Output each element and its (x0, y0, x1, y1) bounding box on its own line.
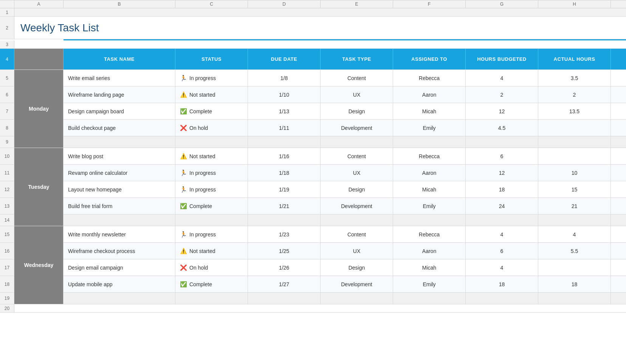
day-col-monday: Monday (14, 70, 64, 148)
actual-hours-cell: 10 (538, 165, 611, 181)
day-label-monday: Monday (14, 70, 63, 148)
task-name-cell: Wireframe checkout process (64, 243, 175, 259)
hours-budgeted-cell: 6 (466, 148, 538, 164)
task-name-cell: Build free trial form (64, 198, 175, 214)
task-name-cell: Write monthly newsletter (64, 226, 175, 242)
rownum-19: 19 (0, 293, 14, 304)
assigned-to-cell: Micah (393, 259, 466, 276)
due-date-cell: 1/27 (248, 276, 321, 292)
rownum-4: 4 (0, 49, 14, 69)
header-hours-budgeted: HOURS BUDGETED (466, 49, 538, 69)
assigned-to-cell: Aaron (393, 165, 466, 181)
hours-budgeted-cell: 18 (466, 181, 538, 197)
table-row: Update mobile app✅Complete1/27Developmen… (64, 276, 626, 293)
grid: 1 2 Weekly Task List 3 4 TASK NAME STATU… (0, 8, 626, 313)
rownum-16: 16 (0, 243, 14, 259)
col-header-a: A (14, 0, 64, 8)
task-name-cell: Build checkout page (64, 120, 175, 136)
status-text: Complete (189, 281, 212, 287)
task-name-cell: Update mobile app (64, 276, 175, 292)
col-header-e: E (321, 0, 393, 8)
rownum-5: 5 (0, 70, 14, 86)
day-section-wednesday: 1516171819WednesdayWrite monthly newslet… (0, 226, 626, 304)
status-icon: 🏃 (180, 170, 187, 176)
spreadsheet-title: Weekly Task List (20, 22, 99, 34)
header-actual-hours: ACTUAL HOURS (538, 49, 611, 69)
hours-budgeted-cell: 6 (466, 243, 538, 259)
status-icon: ✅ (180, 108, 187, 115)
assigned-to-cell: Rebecca (393, 148, 466, 164)
status-cell: ✅Complete (175, 276, 248, 292)
actual-hours-cell (538, 148, 611, 164)
row-19: 20 (0, 304, 626, 313)
actual-hours-cell: 15 (538, 181, 611, 197)
header-task-name: TASK NAME (64, 49, 175, 69)
due-date-cell: 1/13 (248, 103, 321, 119)
hours-budgeted-cell: 18 (466, 276, 538, 292)
col-header-d: D (248, 0, 321, 8)
hours-budgeted-cell: 4 (466, 226, 538, 242)
status-text: In progress (189, 75, 216, 81)
row-3: 3 (0, 40, 626, 49)
hours-budgeted-cell: 4 (466, 259, 538, 276)
status-icon: ⚠️ (180, 153, 187, 160)
rownum-1: 1 (0, 8, 14, 16)
data-sections: 56789MondayWrite email series🏃In progres… (0, 70, 626, 304)
status-text: Not started (189, 92, 215, 98)
actual-hours-cell: 21 (538, 198, 611, 214)
status-icon: 🏃 (180, 186, 187, 193)
table-row: Design campaign board✅Complete1/13Design… (64, 103, 626, 120)
spreadsheet: A B C D E F G H 1 2 Weekly Task List 3 (0, 0, 626, 364)
col-header-f: F (393, 0, 466, 8)
rownum-12: 12 (0, 181, 14, 198)
status-text: In progress (189, 187, 216, 193)
header-assigned-to: ASSIGNED TO (393, 49, 466, 69)
column-headers: A B C D E F G H (0, 0, 626, 8)
status-icon: ❌ (180, 264, 187, 271)
status-cell: 🏃In progress (175, 165, 248, 181)
status-text: Complete (189, 108, 212, 114)
status-cell: ⚠️Not started (175, 148, 248, 164)
status-cell: ❌On hold (175, 120, 248, 136)
col-header-b: B (64, 0, 175, 8)
table-row: Wireframe landing page⚠️Not started1/10U… (64, 86, 626, 103)
status-text: In progress (189, 231, 216, 238)
task-name-cell: Revamp online calculator (64, 165, 175, 181)
task-type-cell: Design (321, 103, 393, 119)
task-type-cell: Content (321, 148, 393, 164)
due-date-cell: 1/23 (248, 226, 321, 242)
rownum-18: 18 (0, 276, 14, 293)
due-date-cell: 1/8 (248, 70, 321, 86)
hours-budgeted-cell: 4.5 (466, 120, 538, 136)
task-type-cell: Development (321, 276, 393, 292)
table-row: Design email campaign❌On hold1/26DesignM… (64, 259, 626, 276)
row-2: 2 Weekly Task List (0, 17, 626, 39)
task-type-cell: Design (321, 181, 393, 197)
due-date-cell: 1/11 (248, 120, 321, 136)
day-col-wednesday: Wednesday (14, 226, 64, 304)
actual-hours-cell: 5.5 (538, 243, 611, 259)
assigned-to-cell: Emily (393, 276, 466, 292)
rownum-3: 3 (0, 40, 14, 48)
status-icon: ✅ (180, 203, 187, 210)
empty-row (64, 214, 626, 226)
data-col-monday: Write email series🏃In progress1/8Content… (64, 70, 626, 148)
status-icon: ❌ (180, 125, 187, 131)
data-col-wednesday: Write monthly newsletter🏃In progress1/23… (64, 226, 626, 304)
assigned-to-cell: Rebecca (393, 70, 466, 86)
status-text: In progress (189, 170, 216, 176)
rownum-9: 9 (0, 136, 14, 148)
status-cell: 🏃In progress (175, 70, 248, 86)
corner-spacer (0, 0, 14, 8)
due-date-cell: 1/25 (248, 243, 321, 259)
task-name-cell: Write blog post (64, 148, 175, 164)
rownums-monday: 56789 (0, 70, 14, 148)
rownum-14: 14 (0, 214, 14, 226)
status-cell: ❌On hold (175, 259, 248, 276)
header-status: STATUS (175, 49, 248, 69)
title-cell: Weekly Task List (14, 17, 626, 39)
actual-hours-cell: 2 (538, 86, 611, 103)
assigned-to-cell: Rebecca (393, 226, 466, 242)
rownum-8: 8 (0, 120, 14, 136)
status-icon: 🏃 (180, 75, 187, 82)
